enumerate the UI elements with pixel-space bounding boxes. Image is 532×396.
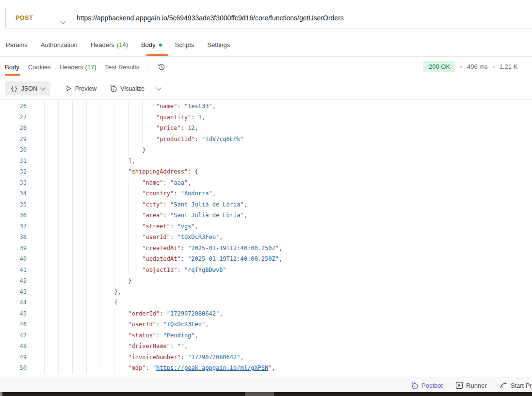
code-line: 38 "userId": "tQxDcR3Feo", (0, 232, 532, 243)
indent-guide-icon (114, 123, 114, 134)
indent-guide-icon (100, 101, 100, 112)
response-time: 496 ms (467, 63, 488, 70)
postbot-button[interactable]: Postbot (410, 381, 443, 390)
url-input[interactable]: https://appbackend.appgain.io/5c694933ad… (77, 7, 344, 29)
code-line-content: "status": "Pending", (27, 330, 532, 341)
code-line: 36 "area": "Sant Julià de Lòria", (0, 210, 532, 221)
indent-guide-icon (100, 297, 100, 308)
preview-button[interactable]: Preview (65, 85, 97, 92)
indent-guide-icon (128, 188, 129, 199)
tab-scripts[interactable]: Scripts (175, 41, 194, 55)
indent-guide-icon (72, 308, 73, 319)
indent-guide-icon (44, 112, 45, 123)
indent-guide-icon (72, 243, 73, 254)
divider (0, 56, 532, 57)
status-badge: 200 OK (423, 61, 455, 72)
json-punctuation: : (163, 201, 170, 208)
code-line-content: "objectId": "rqTYgBDwvb" (27, 265, 532, 276)
format-selector[interactable]: {} JSON (5, 81, 50, 95)
footer-bar: Postbot Runner Start Pro (0, 378, 532, 393)
indent-guide-icon (142, 134, 143, 145)
indent-guide-icon (86, 308, 87, 319)
divider (151, 85, 151, 93)
active-response-tab-underline (5, 74, 20, 76)
indent-guide-icon (86, 297, 87, 308)
indent-guide-icon (58, 243, 59, 254)
indent-guide-icon (44, 253, 45, 265)
runner-button[interactable]: Runner (455, 381, 487, 389)
indent-guide-icon (100, 286, 100, 298)
json-punctuation: , (241, 354, 244, 361)
json-punctuation: : (163, 179, 170, 186)
start-proxy-button[interactable]: Start Pro (500, 381, 532, 390)
line-number: 40 (0, 253, 27, 265)
json-punctuation: , (244, 201, 247, 208)
code-line: 44 { (0, 297, 532, 308)
json-string: "aaa" (170, 179, 188, 186)
json-key: "productId" (156, 136, 194, 143)
json-key: "city" (142, 201, 163, 208)
json-punctuation: : (145, 364, 152, 371)
line-number: 36 (0, 210, 27, 221)
json-punctuation: : (181, 354, 188, 361)
response-tab-cookies[interactable]: Cookies (28, 63, 51, 71)
code-line-content: "productId": "TdV7cq6EPk" (27, 134, 532, 145)
indent-guide-icon (128, 101, 129, 112)
json-string: "test33" (184, 103, 212, 110)
indent-guide-icon (44, 166, 45, 177)
tab-settings[interactable]: Settings (207, 41, 230, 55)
tab-authorization[interactable]: Authorization (41, 41, 78, 55)
method-selector[interactable]: POST (16, 7, 33, 29)
indent-guide-icon (72, 166, 73, 177)
indent-guide-icon (72, 144, 73, 156)
indent-guide-icon (100, 253, 100, 265)
json-punctuation: : { (188, 168, 198, 175)
response-link[interactable]: https://peak.appgain.io/ml/gXPSN (156, 364, 268, 371)
indent-guide-icon (114, 166, 114, 177)
clock-history-icon[interactable] (157, 63, 166, 71)
code-line-content: "street": "vgs", (27, 221, 532, 232)
viewer-toolbar: {} JSON Preview Visualize (5, 81, 161, 95)
indent-guide-icon (44, 286, 45, 298)
divider (148, 63, 148, 71)
visualize-button[interactable]: Visualize (109, 84, 145, 93)
indent-guide-icon (100, 188, 100, 199)
indent-guide-icon (114, 156, 114, 167)
chevron-down-icon[interactable] (156, 85, 161, 90)
taskbar-active-window[interactable] (245, 392, 274, 396)
line-number: 28 (0, 123, 27, 134)
indent-guide-icon (58, 308, 59, 319)
indent-guide-icon (72, 199, 73, 210)
code-line-content: "createdAt": "2025-01-19T12:40:00.250Z", (27, 243, 532, 254)
indent-guide-icon (58, 330, 59, 341)
response-tab-test-results[interactable]: Test Results (105, 63, 140, 71)
json-key: "createdAt" (142, 245, 180, 252)
response-tab-body[interactable]: Body (5, 63, 19, 71)
tab-params[interactable]: Params (6, 41, 28, 55)
code-line: 43 }, (0, 286, 532, 298)
tab-headers[interactable]: Headers (14) (91, 41, 128, 55)
code-line-content: } (27, 144, 532, 156)
json-punctuation: }, (114, 288, 121, 295)
response-tab-headers[interactable]: Headers (17) (60, 63, 97, 71)
code-editor[interactable]: 26 "name": "test33",27 "quantity": 1,28 … (0, 101, 532, 375)
indent-guide-icon (86, 243, 87, 254)
indent-guide-icon (128, 112, 129, 123)
code-line: 45 "orderId": "1729072080642", (0, 308, 532, 319)
indent-guide-icon (100, 221, 100, 232)
indent-guide-icon (44, 134, 45, 145)
code-line: 28 "price": 12, (0, 123, 532, 134)
indent-guide-icon (128, 253, 129, 265)
indent-guide-icon (86, 330, 87, 341)
indent-guide-icon (58, 352, 59, 363)
indent-guide-icon (58, 112, 59, 123)
indent-guide-icon (114, 275, 114, 286)
indent-guide-icon (86, 166, 87, 177)
json-string: "rqTYgBDwvb" (184, 267, 226, 273)
tab-body[interactable]: Body (141, 41, 162, 55)
indent-guide-icon (100, 134, 100, 145)
chevron-down-icon[interactable] (61, 16, 65, 25)
json-string: "vgs" (177, 223, 194, 230)
indent-guide-icon (100, 352, 100, 363)
code-line: 34 "country": "Andorra", (0, 188, 532, 199)
